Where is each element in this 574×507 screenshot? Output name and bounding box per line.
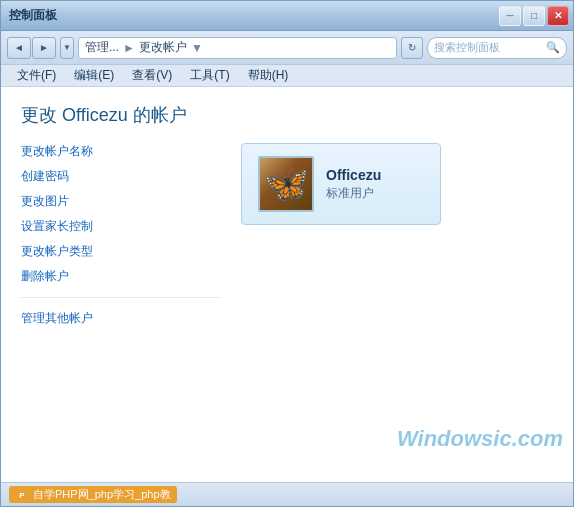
action-manage[interactable]: 管理其他帐户 — [21, 310, 221, 327]
menu-help[interactable]: 帮助(H) — [240, 65, 297, 86]
search-icon: 🔍 — [546, 41, 560, 54]
page-title: 更改 Officezu 的帐户 — [21, 103, 553, 127]
action-group-main: 更改帐户名称 创建密码 更改图片 设置家长控制 更改帐户类型 删除帐户 — [21, 143, 221, 285]
svg-text:P: P — [19, 491, 25, 500]
window-title: 控制面板 — [9, 7, 57, 24]
watermark: Windowsic.com — [397, 426, 563, 452]
right-panel: Officezu 标准用户 — [221, 143, 553, 466]
menubar: 文件(F) 编辑(E) 查看(V) 工具(T) 帮助(H) — [1, 65, 573, 87]
statusbar: P 自学PHP网_php学习_php教 — [1, 482, 573, 506]
action-password[interactable]: 创建密码 — [21, 168, 221, 185]
left-panel: 更改帐户名称 创建密码 更改图片 设置家长控制 更改帐户类型 删除帐户 管理其他… — [21, 143, 221, 466]
status-icon: P — [15, 488, 29, 502]
breadcrumb-sep1: ► — [123, 41, 135, 55]
nav-buttons: ◄ ► — [7, 37, 56, 59]
action-parental[interactable]: 设置家长控制 — [21, 218, 221, 235]
menu-view[interactable]: 查看(V) — [124, 65, 180, 86]
back-button[interactable]: ◄ — [7, 37, 31, 59]
action-rename[interactable]: 更改帐户名称 — [21, 143, 221, 160]
breadcrumb-part1: 管理... — [85, 39, 119, 56]
watermark-text: Windowsic.com — [397, 426, 563, 452]
recent-button[interactable]: ▼ — [60, 37, 74, 59]
action-divider — [21, 297, 221, 298]
action-group-secondary: 管理其他帐户 — [21, 310, 221, 327]
user-role: 标准用户 — [326, 185, 381, 202]
user-info: Officezu 标准用户 — [326, 167, 381, 202]
refresh-button[interactable]: ↻ — [401, 37, 423, 59]
content-area: 更改 Officezu 的帐户 更改帐户名称 创建密码 更改图片 设置家长控制 … — [1, 87, 573, 482]
search-placeholder: 搜索控制面板 — [434, 40, 500, 55]
forward-button[interactable]: ► — [32, 37, 56, 59]
window-controls: ─ □ ✕ — [499, 6, 569, 26]
breadcrumb-part2: 更改帐户 — [139, 39, 187, 56]
minimize-button[interactable]: ─ — [499, 6, 521, 26]
menu-edit[interactable]: 编辑(E) — [66, 65, 122, 86]
close-button[interactable]: ✕ — [547, 6, 569, 26]
user-name: Officezu — [326, 167, 381, 183]
maximize-button[interactable]: □ — [523, 6, 545, 26]
search-bar[interactable]: 搜索控制面板 🔍 — [427, 37, 567, 59]
main-window: 控制面板 ─ □ ✕ ◄ ► ▼ 管理... ► 更改帐户 ▼ ↻ — [0, 0, 574, 507]
addressbar: ◄ ► ▼ 管理... ► 更改帐户 ▼ ↻ 搜索控制面板 🔍 — [1, 31, 573, 65]
action-picture[interactable]: 更改图片 — [21, 193, 221, 210]
titlebar: 控制面板 ─ □ ✕ — [1, 1, 573, 31]
user-avatar — [258, 156, 314, 212]
breadcrumb-sep2: ▼ — [191, 41, 203, 55]
breadcrumb[interactable]: 管理... ► 更改帐户 ▼ — [78, 37, 397, 59]
avatar-image — [260, 158, 312, 210]
action-delete[interactable]: 删除帐户 — [21, 268, 221, 285]
status-item[interactable]: P 自学PHP网_php学习_php教 — [9, 486, 177, 503]
user-card: Officezu 标准用户 — [241, 143, 441, 225]
status-label: 自学PHP网_php学习_php教 — [33, 487, 171, 502]
action-type[interactable]: 更改帐户类型 — [21, 243, 221, 260]
menu-tools[interactable]: 工具(T) — [182, 65, 237, 86]
content-body: 更改帐户名称 创建密码 更改图片 设置家长控制 更改帐户类型 删除帐户 管理其他… — [21, 143, 553, 466]
menu-file[interactable]: 文件(F) — [9, 65, 64, 86]
